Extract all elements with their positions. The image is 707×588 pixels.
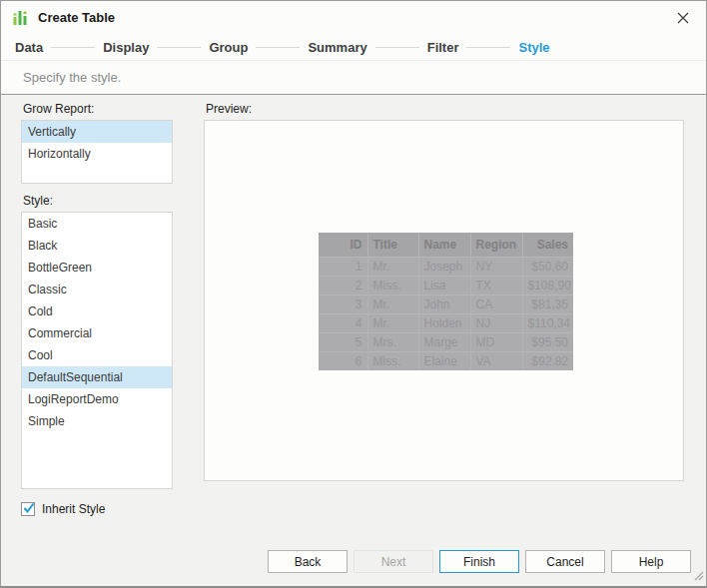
grow-option-vertically[interactable]: Vertically xyxy=(22,121,172,143)
dialog-title: Create Table xyxy=(38,10,115,25)
table-cell: Miss. xyxy=(367,351,418,370)
options-column: Grow Report: VerticallyHorizontally Styl… xyxy=(21,102,173,586)
table-cell: $110,34 xyxy=(522,313,573,332)
table-cell: Elaine xyxy=(418,351,470,370)
style-option-cold[interactable]: Cold xyxy=(22,300,172,322)
table-cell: 4 xyxy=(319,313,367,332)
create-table-dialog: Create Table DataDisplayGroupSummaryFilt… xyxy=(0,0,707,588)
table-cell: Joseph xyxy=(418,257,470,276)
wizard-step-group[interactable]: Group xyxy=(209,40,248,55)
grow-report-label: Grow Report: xyxy=(23,102,173,116)
close-icon[interactable] xyxy=(670,5,696,31)
preview-column: Preview: IDTitleNameRegionSales1Mr.Josep… xyxy=(204,102,684,586)
table-cell: $95.50 xyxy=(522,332,573,351)
style-option-bottlegreen[interactable]: BottleGreen xyxy=(22,257,172,279)
table-cell: 6 xyxy=(319,351,367,370)
table-row: 4Mr.HoldenNJ$110,34 xyxy=(319,313,573,332)
table-row: 1Mr.JosephNY$50,60 xyxy=(319,257,573,276)
style-option-classic[interactable]: Classic xyxy=(22,279,172,300)
table-cell: VA xyxy=(470,351,522,370)
table-cell: Mr. xyxy=(367,257,418,276)
grow-report-list: VerticallyHorizontally xyxy=(21,120,173,184)
table-cell: 1 xyxy=(319,257,367,276)
equalizer-bars-icon xyxy=(13,8,29,27)
table-cell: Marge xyxy=(418,332,470,351)
table-row: 5Mrs.MargeMD$95.50 xyxy=(319,332,573,351)
table-cell: TX xyxy=(470,276,522,294)
step-connector xyxy=(157,47,201,48)
table-cell: NJ xyxy=(470,313,522,332)
table-cell: Miss. xyxy=(367,276,418,294)
style-list: BasicBlackBottleGreenClassicColdCommerci… xyxy=(21,212,173,489)
preview-area: IDTitleNameRegionSales1Mr.JosephNY$50,60… xyxy=(204,120,684,481)
style-option-black[interactable]: Black xyxy=(22,235,172,257)
table-row: 6Miss.ElaineVA$92.82 xyxy=(319,351,573,370)
table-cell: 3 xyxy=(319,294,367,313)
preview-table-header-row: IDTitleNameRegionSales xyxy=(319,233,573,257)
wizard-steps: DataDisplayGroupSummaryFilterStyle xyxy=(1,34,706,61)
style-option-basic[interactable]: Basic xyxy=(22,213,172,235)
table-cell: Lisa xyxy=(418,276,470,294)
title-bar: Create Table xyxy=(1,1,706,34)
wizard-subtitle: Specify the style. xyxy=(1,61,706,95)
table-row: 3Mr.JohnCA$81,35 xyxy=(319,294,573,313)
table-cell: $50,60 xyxy=(522,257,573,276)
table-cell: MD xyxy=(470,332,522,351)
table-cell: Mrs. xyxy=(367,332,418,351)
table-cell: NY xyxy=(470,257,522,276)
finish-button[interactable]: Finish xyxy=(439,550,519,573)
table-cell: $92.82 xyxy=(522,351,573,370)
table-cell: CA xyxy=(470,294,522,313)
column-header-title: Title xyxy=(367,233,418,257)
step-connector xyxy=(375,47,419,48)
wizard-step-filter[interactable]: Filter xyxy=(427,40,459,55)
style-option-commercial[interactable]: Commercial xyxy=(22,322,172,344)
table-cell: 5 xyxy=(319,332,367,351)
table-cell: $108,90 xyxy=(522,276,573,294)
table-cell: 2 xyxy=(319,276,367,294)
dialog-body: Grow Report: VerticallyHorizontally Styl… xyxy=(1,95,706,586)
grow-option-horizontally[interactable]: Horizontally xyxy=(22,143,172,165)
wizard-step-display[interactable]: Display xyxy=(103,40,149,55)
preview-label: Preview: xyxy=(206,102,684,116)
column-header-id: ID xyxy=(319,233,367,257)
table-cell: $81,35 xyxy=(522,294,573,313)
button-bar: BackNextFinishCancelHelp xyxy=(268,550,691,573)
back-button[interactable]: Back xyxy=(268,550,348,573)
table-cell: Holden xyxy=(418,313,470,332)
style-option-simple[interactable]: Simple xyxy=(22,410,172,432)
step-connector xyxy=(256,47,300,48)
style-option-logireportdemo[interactable]: LogiReportDemo xyxy=(22,388,172,410)
wizard-step-data[interactable]: Data xyxy=(15,40,43,55)
preview-table: IDTitleNameRegionSales1Mr.JosephNY$50,60… xyxy=(319,233,573,370)
table-cell: John xyxy=(418,294,470,313)
table-row: 2Miss.LisaTX$108,90 xyxy=(319,276,573,294)
inherit-style-checkbox[interactable] xyxy=(21,502,35,516)
step-connector xyxy=(466,47,510,48)
help-button[interactable]: Help xyxy=(611,550,691,573)
style-label: Style: xyxy=(23,194,173,208)
inherit-style-row: Inherit Style xyxy=(21,502,173,516)
next-button: Next xyxy=(354,550,433,573)
wizard-step-summary[interactable]: Summary xyxy=(308,40,366,55)
table-cell: Mr. xyxy=(367,313,418,332)
column-header-name: Name xyxy=(418,233,470,257)
style-option-cool[interactable]: Cool xyxy=(22,344,172,366)
style-option-defaultsequential[interactable]: DefaultSequential xyxy=(22,366,172,388)
column-header-sales: Sales xyxy=(522,233,573,257)
table-cell: Mr. xyxy=(367,294,418,313)
column-header-region: Region xyxy=(470,233,522,257)
inherit-style-label: Inherit Style xyxy=(42,502,105,516)
step-connector xyxy=(51,47,95,48)
resize-grip-icon[interactable] xyxy=(692,567,704,585)
cancel-button[interactable]: Cancel xyxy=(525,550,605,573)
wizard-step-style[interactable]: Style xyxy=(518,40,549,55)
